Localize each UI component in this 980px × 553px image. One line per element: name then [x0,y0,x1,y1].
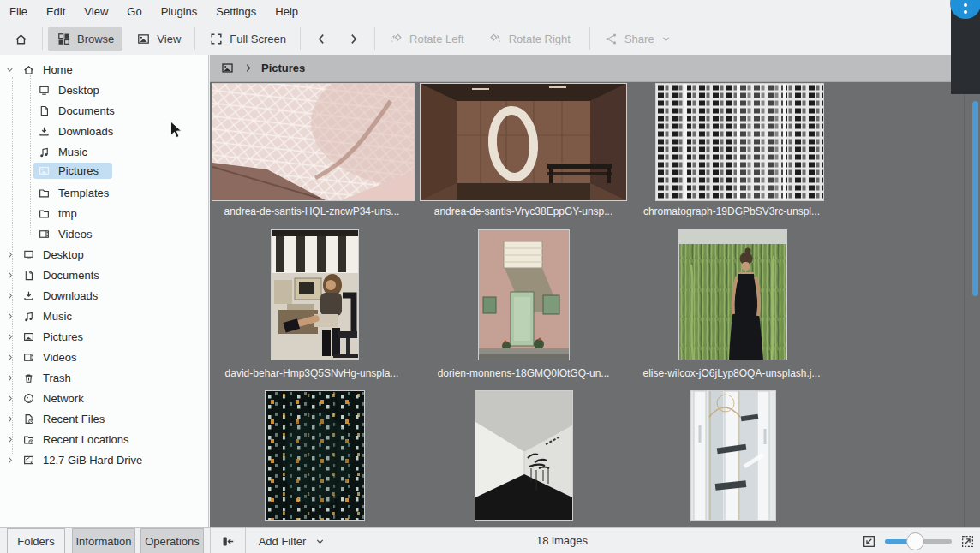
sidebar-place-music[interactable]: Music [5,306,72,325]
sidebar-item-downloads[interactable]: Downloads [38,122,113,140]
menu-edit[interactable]: Edit [37,1,75,22]
thumbnail-cornfield-woman[interactable] [678,229,787,360]
gwenview-window: File Edit View Go Plugins Settings Help … [0,0,980,553]
menu-plugins[interactable]: Plugins [152,1,207,22]
sidebar-place-hard-drive[interactable]: 12.7 GiB Hard Drive [5,450,142,469]
rotate-left-button[interactable]: Rotate Left [380,27,473,51]
sidebar-item-label: Templates [58,187,109,199]
sidebar-place-desktop[interactable]: Desktop [5,245,84,264]
add-filter-button[interactable]: Add Filter [252,528,332,553]
thumbnail-night-city[interactable] [265,390,365,521]
tab-information[interactable]: Information [72,528,135,553]
sidebar-item-desktop[interactable]: Desktop [38,80,99,99]
menu-view[interactable]: View [75,1,117,22]
zoom-full-icon[interactable] [960,534,975,549]
menu-go[interactable]: Go [117,1,151,22]
sidebar-place-network[interactable]: Network [5,389,84,407]
chevron-right-icon[interactable] [5,353,15,362]
menu-help[interactable]: Help [266,1,308,22]
selection-highlight: Pictures [33,163,112,179]
thumbnail-room-zero[interactable] [420,83,627,201]
sidebar-place-videos[interactable]: Videos [5,348,77,366]
music-icon [38,146,51,158]
back-button[interactable] [306,27,338,51]
sidebar-place-downloads[interactable]: Downloads [5,286,98,305]
full-screen-button[interactable]: Full Screen [200,27,295,51]
toolbar-separator [300,27,301,50]
chevron-right-icon[interactable] [5,271,15,280]
recent-locations-icon [22,433,35,446]
home-icon [22,63,35,76]
rotate-right-button[interactable]: Rotate Right [480,27,579,51]
sidebar-place-recent-locations[interactable]: Recent Locations [5,430,128,449]
thumbnail-lattice-ceiling[interactable] [212,83,415,201]
chevron-right-icon[interactable] [5,373,15,383]
sidebar-item-templates[interactable]: Templates [38,183,109,202]
sidebar-item-label: Music [58,146,87,158]
view-button[interactable]: View [128,27,189,51]
tab-operations[interactable]: Operations [140,528,204,553]
documents-icon [22,269,35,282]
chevron-right-icon[interactable] [5,250,15,259]
toolbar-separator [194,27,195,50]
add-filter-label: Add Filter [259,535,307,548]
forward-button[interactable] [338,27,369,51]
sidebar-item-videos[interactable]: Videos [38,224,93,243]
rotate-left-icon [389,32,403,46]
slider-knob[interactable] [906,532,924,550]
chevron-right-icon[interactable] [5,455,15,465]
chevron-down-icon[interactable] [5,65,15,74]
thumbnail-ceiling-graffiti[interactable] [475,390,573,521]
browse-button[interactable]: Browse [48,27,122,51]
network-icon [22,392,35,405]
music-icon [22,310,35,323]
thumbnail-skyscraper-facade[interactable] [655,83,824,201]
sidebar-item-tmp[interactable]: tmp [38,204,77,223]
recent-files-icon [22,413,35,425]
fullscreen-icon [209,32,224,46]
scrollbar-track[interactable] [964,82,965,527]
chevron-right-icon[interactable] [5,332,15,342]
chevron-down-icon [660,33,672,45]
share-button[interactable]: Share [595,27,680,51]
sidebar-item-label: Videos [43,351,77,364]
main-toolbar: Browse View Full Screen Rotate Left Rota… [0,22,980,55]
scrollbar-thumb[interactable] [972,101,978,296]
collapse-panel-button[interactable] [212,528,243,553]
chevron-right-icon[interactable] [5,291,15,300]
sidebar-item-music[interactable]: Music [38,142,87,161]
thumbnail-baroque-architecture[interactable] [690,390,776,521]
chevron-right-icon[interactable] [5,394,15,403]
thumbnail-filename: elise-wilcox-jO6jLyp8OQA-unsplash.j... [630,367,834,381]
breadcrumb[interactable]: Pictures [210,55,980,82]
thumbnail-green-door-facade[interactable] [478,229,570,360]
share-label: Share [624,33,654,45]
tab-label: Information [75,535,131,548]
sidebar-item-home[interactable]: Home [5,60,73,79]
menu-settings[interactable]: Settings [206,1,266,22]
sidebar-place-recent-files[interactable]: Recent Files [5,409,105,428]
sidebar-item-label: Pictures [43,330,83,343]
toolbar-separator [589,27,590,50]
chevron-right-icon[interactable] [5,435,15,444]
statusbar-separator [210,528,211,553]
zoom-fit-icon[interactable] [862,534,876,549]
chevron-right-icon[interactable] [5,312,15,321]
sidebar-place-pictures[interactable]: Pictures [5,327,83,346]
chevron-right-icon[interactable] [5,414,15,424]
sidebar-item-label: Recent Files [43,413,105,425]
menu-file[interactable]: File [0,1,37,22]
thumbnail-retro-computers[interactable] [271,229,359,360]
home-button[interactable] [5,27,37,51]
sidebar-place-documents[interactable]: Documents [5,265,99,284]
documents-icon [38,104,51,117]
sidebar-item-label: Downloads [58,125,113,138]
rotate-right-label: Rotate Right [509,33,571,45]
zoom-slider[interactable] [885,528,952,553]
sidebar-item-label: Home [43,63,73,76]
sidebar-place-trash[interactable]: Trash [5,368,71,387]
overlay-menu-button[interactable] [950,0,980,19]
sidebar-item-documents[interactable]: Documents [38,101,115,120]
sidebar-item-pictures-selected[interactable]: Pictures [33,161,112,180]
tab-folders[interactable]: Folders [7,528,65,553]
